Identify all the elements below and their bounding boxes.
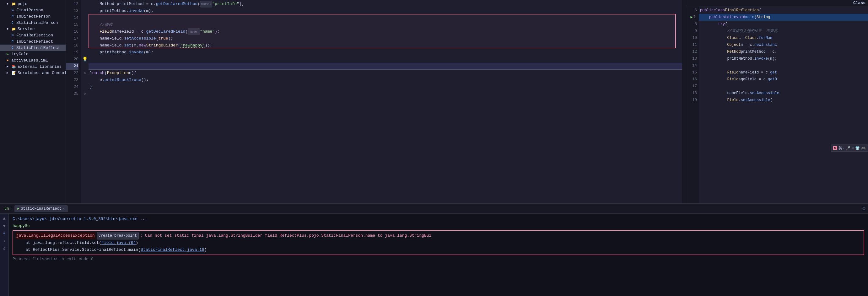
code-line-25 — [89, 90, 682, 97]
game-icon: 🎮 — [861, 146, 866, 150]
sidebar-item-external-libs[interactable]: ▶ 📚 External Libraries — [0, 63, 66, 70]
bottom-panel: un: ▶ StaticFinalReflect ✕ ⚙ ▲ ▼ ≡ ⬇ 🖨 C… — [0, 203, 868, 296]
code-line-22: }catch(Exception e){ — [89, 70, 682, 76]
code-content-left[interactable]: Method printMethod = c.getDeclaredMethod… — [89, 0, 682, 203]
sidebar-item-service[interactable]: ▼ 📁 Service — [0, 26, 66, 32]
folder-icon-service: 📁 — [11, 26, 16, 31]
sidebar-label-finalreflection: FinalReflection — [16, 33, 53, 38]
folder-icon: 📁 — [11, 1, 16, 6]
code-line-20 — [89, 56, 682, 63]
bottom-tabs: un: ▶ StaticFinalReflect ✕ ⚙ — [0, 204, 868, 214]
tab-close-button[interactable]: ✕ — [63, 206, 65, 210]
arrow-down-icon: ▼ — [5, 1, 10, 6]
sidebar-item-finalperson[interactable]: C FinalPerson — [0, 7, 66, 13]
class-icon-staticfinalreflect: C — [10, 45, 15, 50]
staticfinalreflect-link[interactable]: StaticFinalReflect.java:18 — [141, 248, 205, 252]
sidebar-item-finalreflection[interactable]: C FinalReflection — [0, 32, 66, 38]
code-line-23: e.printStackTrace(); — [89, 76, 682, 84]
main-container: ▼ 📁 pojo C FinalPerson C InDirectPerson … — [0, 0, 868, 296]
error-box: java.lang.IllegalAccessException Create … — [12, 230, 864, 255]
code-line-15: //修改 — [89, 21, 682, 28]
sidebar: ▼ 📁 pojo C FinalPerson C InDirectPerson … — [0, 0, 66, 203]
arrow-down-icon-service: ▼ — [5, 26, 10, 31]
code-line-16: Field nameField = c.getDeclaredField(nam… — [89, 28, 682, 35]
sidebar-label-activeclass: activeClass.iml — [11, 58, 48, 63]
exit-line: Process finished with exit code 0 — [12, 256, 864, 263]
code-editor-right: 6 ▶ 7 8 9 10 11 12 13 14 15 16 — [686, 6, 868, 203]
scratches-icon: 📝 — [11, 70, 16, 75]
ime-text: 英· — [838, 145, 844, 151]
right-line-16: Field ageField = c.getD — [699, 76, 868, 83]
run-label: un: — [2, 206, 13, 211]
arrow-right-icon-scratches: ▶ — [5, 70, 10, 75]
code-content-right: public class FinalReflection { public st… — [699, 6, 868, 203]
iml-icon: ■ — [5, 58, 10, 63]
right-line-18: nameField.setAccessible — [699, 90, 868, 97]
sidebar-label-trycalc: tryCalc — [11, 52, 29, 57]
sidebar-label-service: Service — [18, 27, 35, 31]
right-line-8: try{ — [699, 21, 868, 28]
sidebar-item-staticfinalreflect[interactable]: C StaticFinalReflect — [0, 44, 66, 51]
stack-line-1: at java.lang.reflect.Field.set(Field.jav… — [16, 239, 861, 246]
sidebar-label-staticfinalperson: StaticFinalPerson — [16, 21, 58, 25]
console-toolbar: ▲ ▼ ≡ ⬇ 🖨 — [0, 214, 9, 296]
class-icon-finalreflection: C — [10, 33, 15, 38]
sidebar-item-indirectperson[interactable]: C InDirectPerson — [0, 13, 66, 20]
code-editor-left: 12 13 14 15 16 17 18 19 20 21 22 23 24 2… — [66, 0, 686, 203]
execution-arrow: ▶ — [691, 14, 693, 21]
filter-button[interactable]: ≡ — [1, 230, 8, 237]
shirt-icon: 👕 — [855, 146, 860, 150]
stack-line-2: at ReflectPlus.Service.StaticFinalReflec… — [16, 246, 861, 253]
class-icon-finalperson: C — [10, 7, 15, 12]
class-icon-indirectperson: C — [10, 14, 15, 19]
class-icon-trycalc: G — [5, 52, 10, 57]
download-button[interactable]: ⬇ — [1, 238, 8, 244]
extlibs-icon: 📚 — [11, 64, 16, 69]
keyboard-icon: ⌨ — [852, 146, 854, 150]
sidebar-item-trycalc[interactable]: G tryCalc — [0, 51, 66, 57]
mic-icon: 🎤 — [846, 146, 850, 150]
console-content[interactable]: C:\Users\jayq\.jdks\corretto-1.8.0_392\b… — [9, 214, 868, 296]
scroll-up-button[interactable]: ▲ — [1, 215, 8, 222]
console-output-line: happySu — [12, 223, 864, 229]
sidebar-item-scratches[interactable]: ▶ 📝 Scratches and Consoles — [0, 70, 66, 76]
right-line-13: printMethod.invoke(m); — [699, 55, 868, 62]
right-line-9: //直接引入包的位置 不要再 — [699, 28, 868, 35]
code-line-24: } — [89, 84, 682, 90]
gutter-left: 💡 ◇ ◇ — [81, 0, 89, 203]
code-line-18: nameField.set(m, new StringBuilder("newh… — [89, 42, 682, 49]
print-button[interactable]: 🖨 — [1, 245, 8, 252]
settings-icon[interactable]: ⚙ — [862, 206, 866, 212]
right-line-17 — [699, 83, 868, 90]
code-line-13: printMethod.invoke(m); — [89, 7, 682, 14]
sidebar-item-pojo[interactable]: ▼ 📁 pojo — [0, 1, 66, 7]
console-tab[interactable]: ▶ StaticFinalReflect ✕ — [14, 205, 68, 212]
field-link[interactable]: Field.java:764 — [101, 240, 135, 245]
editors-row: 12 13 14 15 16 17 18 19 20 21 22 23 24 2… — [66, 0, 868, 203]
create-breakpoint-button[interactable]: Create breakpoint — [97, 232, 139, 239]
sidebar-label-pojo: pojo — [18, 2, 27, 6]
sidebar-item-staticfinalperson[interactable]: C StaticFinalPerson — [0, 20, 66, 26]
sidebar-item-activeclass[interactable]: ■ activeClass.iml — [0, 57, 66, 63]
class-icon-indirectreflect: C — [10, 39, 15, 44]
sidebar-label-indirectperson: InDirectPerson — [16, 14, 51, 19]
scroll-minimap-left[interactable] — [682, 0, 686, 203]
line-numbers-right: 6 ▶ 7 8 9 10 11 12 13 14 15 16 — [686, 6, 699, 203]
code-line-19: printMethod.invoke(m); — [89, 49, 682, 56]
right-line-15: Field nameField = c.get — [699, 69, 868, 76]
right-code-panel: Class 6 ▶ 7 8 9 10 11 12 13 — [686, 0, 868, 203]
sidebar-label-staticfinalreflect: StaticFinalReflect — [16, 45, 60, 50]
ime-badge: S — [833, 146, 837, 150]
code-line-12: Method printMethod = c.getDeclaredMethod… — [89, 1, 682, 7]
code-line-14 — [89, 14, 682, 21]
right-line-19: Field.setAccessible( — [699, 97, 868, 104]
right-line-7: public static void main(String — [699, 14, 868, 21]
sidebar-label-indirectreflect: InDirectReflect — [16, 39, 53, 44]
editor-area: ▼ 📁 pojo C FinalPerson C InDirectPerson … — [0, 0, 868, 203]
code-line-17: nameField.setAccessible(true); — [89, 35, 682, 42]
scroll-down-button[interactable]: ▼ — [1, 223, 8, 229]
sidebar-label-finalperson: FinalPerson — [16, 8, 43, 12]
right-line-12: Method printMethod = c. — [699, 48, 868, 55]
class-label: Class — [853, 1, 866, 5]
sidebar-item-indirectreflect[interactable]: C InDirectReflect — [0, 38, 66, 44]
